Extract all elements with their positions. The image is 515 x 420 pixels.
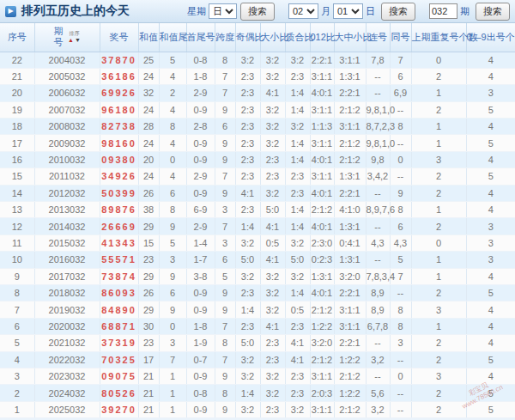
cell-span: 9 xyxy=(215,284,235,301)
cell-span: 7 xyxy=(215,351,235,368)
cell-prize: 34926 xyxy=(100,168,138,185)
week-search-button[interactable]: 搜索 xyxy=(240,3,275,21)
col-header-sum: 和值 xyxy=(138,23,159,52)
cell-consecutive: -- xyxy=(366,185,390,201)
cell-big-mid-small: 2:1:2 xyxy=(334,151,366,167)
cell-sum: 29 xyxy=(138,218,159,234)
cell-012-ratio: 3:1:1 xyxy=(310,101,334,118)
cell-sum-tail: 1 xyxy=(159,401,186,417)
cell-same: 8 xyxy=(390,301,411,318)
col-header-first-last: 首尾号 xyxy=(186,23,215,52)
cell-issue: 2017032 xyxy=(34,268,100,284)
cell-sum-tail: 3 xyxy=(159,252,186,268)
cell-issue: 2012032 xyxy=(34,185,100,201)
day-select[interactable]: 01 xyxy=(333,3,363,19)
cell-big-small: 3:2 xyxy=(260,368,285,384)
cell-012-ratio: 3:1:1 xyxy=(310,368,334,384)
cell-012-ratio: 1:2:2 xyxy=(310,318,334,334)
cell-big-small: 3:2 xyxy=(260,185,285,201)
cell-span: 8 xyxy=(215,335,235,351)
cell-first-last: 1-7 xyxy=(186,252,215,268)
cell-big-small: 3:2 xyxy=(260,385,285,401)
col-header-digit-count: 0—9出号个数 xyxy=(466,23,515,52)
cell-span: 6 xyxy=(215,119,235,135)
cell-prime-composite: 0:5 xyxy=(285,301,310,318)
cell-prime-composite: 3:2 xyxy=(285,52,310,68)
issue-label: 期 xyxy=(460,5,470,18)
cell-big-small: 3:2 xyxy=(260,301,285,318)
sort-desc-icon[interactable]: ▼ xyxy=(75,37,81,43)
cell-prize: 82738 xyxy=(100,119,138,135)
cell-prime-composite: 5:0 xyxy=(285,252,310,268)
cell-odd-even: 2:3 xyxy=(235,318,260,334)
topbar: ▶ 排列五历史上的今天 星期 日 搜索 02 月 01 日 搜索 期 搜索 xyxy=(0,0,515,23)
cell-012-ratio: 2:1:2 xyxy=(310,202,334,218)
cell-same: 5 xyxy=(390,252,411,268)
cell-prime-composite: 2:3 xyxy=(285,368,310,384)
col-header-big-mid-small: 大中小比 xyxy=(334,23,366,52)
issue-search-button[interactable]: 搜索 xyxy=(476,3,510,21)
cell-sum-tail: 9 xyxy=(159,218,186,234)
cell-012-ratio: 2:1:2 xyxy=(310,301,334,318)
sort-asc-icon[interactable]: ▲ xyxy=(68,37,74,43)
cell-prev-repeat: 2 xyxy=(411,185,466,201)
cell-sum-tail: 4 xyxy=(159,168,186,185)
cell-consecutive: 7,8 xyxy=(366,52,390,68)
cell-big-small: 4:1 xyxy=(260,85,285,101)
cell-big-mid-small: 0:4:1 xyxy=(334,234,366,251)
cell-digit-count: 3 xyxy=(466,85,515,101)
cell-prize: 39270 xyxy=(100,401,138,417)
cell-odd-even: 2:3 xyxy=(235,202,260,218)
cell-no: 1 xyxy=(0,401,34,417)
cell-span: 8 xyxy=(215,385,235,401)
issue-input[interactable] xyxy=(429,3,457,19)
cell-prime-composite: 1:4 xyxy=(285,218,310,234)
month-select[interactable]: 02 xyxy=(288,3,318,19)
cell-big-small: 3:2 xyxy=(260,284,285,301)
cell-no: 5 xyxy=(0,335,34,351)
cell-first-last: 0-9 xyxy=(186,135,215,151)
cell-sum: 17 xyxy=(138,351,159,368)
cell-same: 4,3 xyxy=(390,234,411,251)
cell-prime-composite: 1:4 xyxy=(285,85,310,101)
col-header-consecutive: 连号 xyxy=(366,23,390,52)
cell-consecutive: 3,2 xyxy=(366,401,390,417)
cell-prev-repeat: 2 xyxy=(411,68,466,84)
cell-sum: 38 xyxy=(138,202,159,218)
table-row: 12025032392702110-993:22:33:23:1:12:1:23… xyxy=(0,401,515,417)
cell-consecutive: 8,9 xyxy=(366,284,390,301)
table-row: 192007032961802440-992:33:21:43:1:12:1:2… xyxy=(0,101,515,118)
cell-consecutive: 6,7,8 xyxy=(366,318,390,334)
cell-big-mid-small: 2:2:1 xyxy=(334,335,366,351)
sort-control[interactable]: 排序 ▲▼ xyxy=(68,31,81,43)
week-label: 星期 xyxy=(187,5,206,18)
col-header-prize: 奖号 xyxy=(100,23,138,52)
cell-digit-count: 5 xyxy=(466,351,515,368)
cell-digit-count: 5 xyxy=(466,168,515,185)
cell-consecutive: -- xyxy=(366,85,390,101)
week-select[interactable]: 日 xyxy=(209,3,237,19)
col-header-012-ratio: 012比 xyxy=(310,23,334,52)
cell-prime-composite: 1:4 xyxy=(285,101,310,118)
table-row: 222004032378702550-883:23:23:22:2:13:1:1… xyxy=(0,52,515,68)
cell-prize: 84890 xyxy=(100,301,138,318)
date-search-button[interactable]: 搜索 xyxy=(381,3,415,21)
cell-issue: 2004032 xyxy=(34,52,100,68)
cell-consecutive: 4,3 xyxy=(366,234,390,251)
table-row: 122014032266692992-971:44:11:44:0:11:3:1… xyxy=(0,218,515,234)
cell-big-mid-small: 2:1:2 xyxy=(334,401,366,417)
cell-issue: 2015032 xyxy=(34,234,100,251)
cell-digit-count: 3 xyxy=(466,218,515,234)
cell-prize: 50399 xyxy=(100,185,138,201)
cell-span: 7 xyxy=(215,218,235,234)
cell-prize: 80526 xyxy=(100,385,138,401)
cell-prize: 68871 xyxy=(100,318,138,334)
cell-digit-count: 3 xyxy=(466,234,515,251)
cell-big-mid-small: 2:2:1 xyxy=(334,85,366,101)
cell-prime-composite: 4:1 xyxy=(285,351,310,368)
cell-prev-repeat: 2 xyxy=(411,101,466,118)
cell-issue: 2011032 xyxy=(34,168,100,185)
cell-digit-count: 5 xyxy=(466,284,515,301)
cell-consecutive: 7,8,3,4 xyxy=(366,268,390,284)
cell-sum: 29 xyxy=(138,268,159,284)
